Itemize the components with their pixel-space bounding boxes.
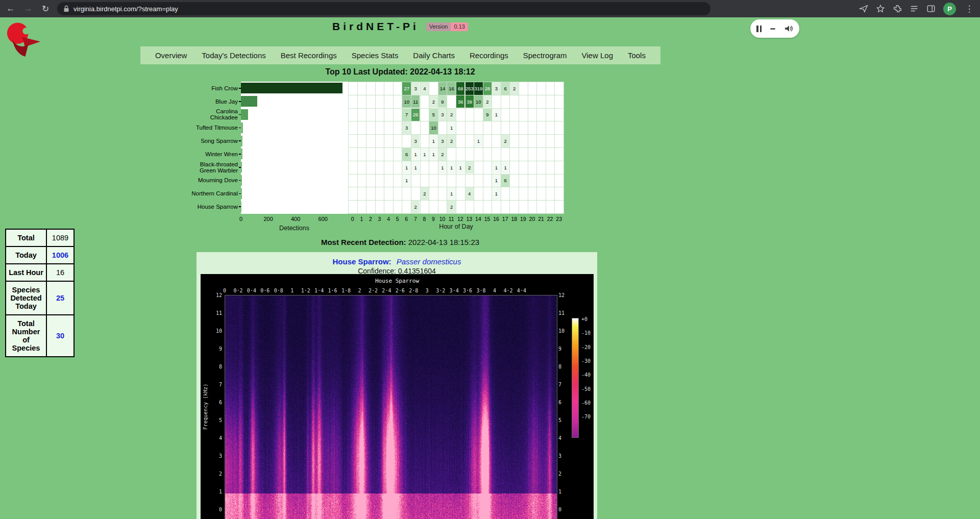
- hour-axis-tick: 8: [423, 216, 426, 222]
- time-tick: 0·2: [233, 288, 242, 293]
- time-tick: 1·8: [341, 288, 351, 293]
- hour-axis-tick: 23: [556, 216, 562, 222]
- time-tick: 1·6: [328, 288, 337, 293]
- side-panel-icon[interactable]: [926, 4, 936, 13]
- hour-axis-tick: 18: [511, 216, 517, 222]
- time-tick: 4: [493, 288, 496, 293]
- stat-value-total-number-of-species[interactable]: 30: [46, 315, 74, 357]
- freq-tick-right: 4: [558, 435, 574, 441]
- heatmap-cell: 2: [483, 95, 492, 108]
- nav-item-spectrogram[interactable]: Spectrogram: [523, 46, 567, 64]
- nav-item-today-s-detections[interactable]: Today's Detections: [202, 46, 265, 64]
- colorbar-tick: -20: [581, 344, 591, 350]
- heatmap-cell: 1: [492, 187, 500, 200]
- colorbar-tick: -50: [581, 386, 591, 391]
- colorbar-tick: -70: [581, 414, 591, 419]
- freq-tick-right: 6: [558, 400, 574, 405]
- heatmap-cell: 1: [421, 148, 429, 161]
- nav-item-recordings[interactable]: Recordings: [470, 46, 508, 64]
- heatmap-cell: 3: [411, 135, 420, 147]
- heatmap-cell: 6: [402, 148, 410, 161]
- forward-icon[interactable]: →: [22, 4, 34, 14]
- heatmap-cell: 9: [483, 109, 492, 121]
- url-bar[interactable]: virginia.birdnetpi.com/?stream=play: [57, 2, 710, 15]
- species-common-link[interactable]: House Sparrow:: [333, 257, 391, 266]
- heatmap-cell: 1: [447, 121, 455, 134]
- nav-item-overview[interactable]: Overview: [155, 46, 187, 64]
- audio-player[interactable]: [750, 19, 799, 38]
- species-label-song-sparrow: Song Sparrow: [187, 134, 238, 147]
- nav-item-best-recordings[interactable]: Best Recordings: [281, 46, 337, 64]
- profile-avatar[interactable]: P: [943, 3, 956, 15]
- freq-tick-left: 7: [207, 382, 222, 387]
- species-label-carolina-chickadee: Carolina Chickadee: [187, 108, 238, 121]
- hour-axis-label: Hour of Day: [348, 223, 564, 230]
- freq-tick-left: 6: [207, 400, 222, 405]
- nav-item-species-stats[interactable]: Species Stats: [352, 46, 399, 64]
- send-icon[interactable]: [859, 4, 868, 13]
- heatmap-cell: 1: [492, 109, 500, 121]
- heatmap-cell: 11: [411, 95, 420, 108]
- detections-bar-northern-cardinal: [241, 188, 242, 199]
- version-label: Version: [426, 22, 451, 31]
- colorbar-tick: -30: [581, 358, 591, 363]
- bar-axis-tick: 400: [291, 216, 300, 222]
- top10-heading: Top 10 Last Updated: 2022-04-13 18:12: [0, 67, 800, 77]
- heatmap-cell: 36: [456, 95, 464, 108]
- heatmap-cell: 26: [411, 109, 420, 121]
- nav-item-daily-charts[interactable]: Daily Charts: [413, 46, 455, 64]
- heatmap-cell: 3: [438, 135, 447, 147]
- stats-row-total-number-of-species: Total Number of Species30: [6, 315, 74, 357]
- menu-icon[interactable]: ⋮: [964, 4, 975, 14]
- stat-value-today[interactable]: 1006: [46, 246, 74, 264]
- freq-tick-right: 11: [558, 310, 574, 316]
- detections-bar-tufted-titmouse: [241, 122, 243, 133]
- heatmap-cell: 1: [402, 161, 410, 174]
- freq-tick-left: 11: [207, 310, 222, 316]
- heatmap-cell: 1: [492, 175, 500, 187]
- heatmap-cell: 253: [465, 82, 474, 95]
- detections-bar-mourning-dove: [241, 175, 242, 186]
- heatmap-cell: 1: [402, 175, 410, 187]
- nav-item-tools[interactable]: Tools: [628, 46, 646, 64]
- hour-axis-tick: 10: [439, 216, 446, 222]
- time-tick: 2·6: [396, 288, 405, 293]
- hour-axis-tick: 9: [432, 216, 435, 222]
- time-tick: 0: [223, 288, 226, 293]
- freq-tick-right: 1: [558, 489, 574, 495]
- heatmap-cell: 2: [438, 148, 447, 161]
- pause-icon[interactable]: [756, 26, 762, 32]
- heatmap-cell: 2: [510, 82, 518, 95]
- hour-axis-tick: 16: [493, 216, 499, 222]
- freq-tick-right: 5: [558, 417, 574, 423]
- hour-axis-tick: 1: [360, 216, 363, 222]
- detections-bar-house-sparrow: [241, 202, 241, 212]
- stat-value-species-detected-today[interactable]: 25: [46, 281, 74, 315]
- back-icon[interactable]: ←: [5, 4, 16, 14]
- time-tick: 3·2: [436, 288, 445, 293]
- detection-species-line: House Sparrow: Passer domesticus: [197, 257, 597, 266]
- nav-item-view-log[interactable]: View Log: [582, 46, 613, 64]
- time-tick: 3·4: [450, 288, 459, 293]
- extensions-icon[interactable]: [893, 4, 902, 13]
- audio-scrubber[interactable]: [770, 28, 775, 30]
- hour-axis-tick: 2: [369, 216, 372, 222]
- freq-tick-left: 8: [207, 364, 222, 369]
- heatmap-cell: 1: [501, 161, 509, 174]
- stats-body: Total1089Today1006Last Hour16Species Det…: [6, 229, 74, 357]
- time-tick: 0·4: [247, 288, 256, 293]
- bookmark-star-icon[interactable]: [876, 4, 885, 13]
- hour-axis-tick: 11: [449, 216, 454, 222]
- species-scientific-link[interactable]: Passer domesticus: [397, 257, 461, 266]
- stat-label: Total Number of Species: [6, 315, 46, 357]
- freq-tick-right: 2: [558, 471, 574, 477]
- reading-list-icon[interactable]: [910, 4, 919, 13]
- recent-detection-datetime: 2022-04-13 18:15:23: [408, 238, 479, 246]
- freq-tick-left: 12: [207, 292, 222, 298]
- volume-icon[interactable]: [784, 24, 793, 33]
- reload-icon[interactable]: ↻: [40, 4, 51, 14]
- hour-axis-tick: 12: [457, 216, 463, 222]
- bar-axis-tick: 600: [318, 216, 328, 222]
- time-tick: 2·8: [409, 288, 418, 293]
- detections-chart: Fish Crow273414166825331928362Blue Jay10…: [184, 82, 564, 235]
